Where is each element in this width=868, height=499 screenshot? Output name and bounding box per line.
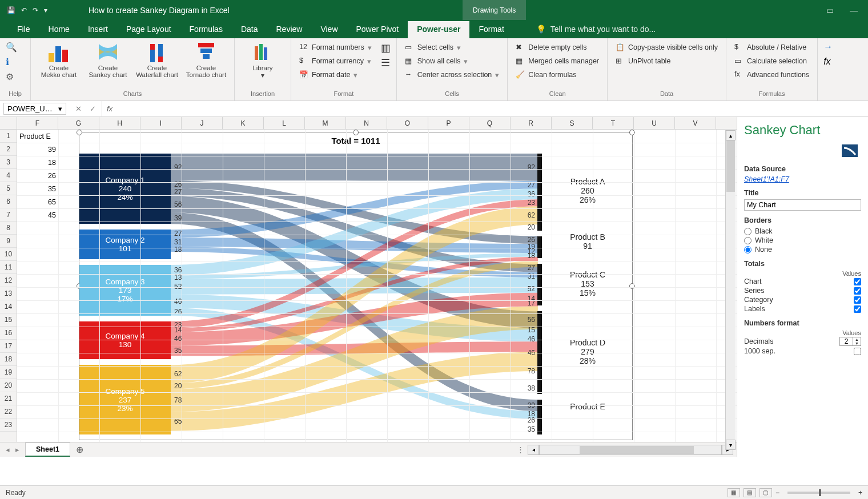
advanced-functions-button[interactable]: fxAdvanced functions xyxy=(732,69,811,81)
totals-checkbox-chart[interactable] xyxy=(854,278,861,285)
row-header[interactable]: 22 xyxy=(0,405,17,418)
zoom-slider[interactable] xyxy=(787,492,850,494)
create-sankey-chart-button[interactable]: CreateSankey chart xyxy=(86,42,130,78)
view-normal-icon[interactable]: ▦ xyxy=(728,488,740,497)
add-sheet-button[interactable]: ⊕ xyxy=(70,444,89,455)
zoom-in-icon[interactable]: + xyxy=(858,489,862,497)
col-header[interactable]: R xyxy=(511,117,552,129)
tab-power-user[interactable]: Power-user xyxy=(408,21,469,38)
delete-empty-cells-button[interactable]: ✖Delete empty cells xyxy=(513,42,601,53)
create-waterfall-chart-button[interactable]: CreateWaterfall chart xyxy=(135,42,179,78)
row-header[interactable]: 18 xyxy=(0,353,17,366)
format-currency-button[interactable]: $Format currency ▾ xyxy=(297,55,374,67)
chart-title-input[interactable] xyxy=(744,199,861,211)
resize-handle[interactable] xyxy=(77,130,82,135)
cell-value[interactable]: Product E xyxy=(17,130,58,143)
chevron-down-icon[interactable]: ▾ xyxy=(58,104,62,113)
cell-value[interactable]: 45 xyxy=(17,208,58,222)
calculate-selection-button[interactable]: ▭Calculate selection xyxy=(732,55,811,67)
totals-checkbox-category[interactable] xyxy=(854,296,861,304)
cell-value[interactable]: 65 xyxy=(17,195,58,208)
row-header[interactable]: 19 xyxy=(0,366,17,379)
row-header[interactable]: 21 xyxy=(0,392,17,405)
horizontal-scrollbar[interactable]: ⋮ ◂ ▸ xyxy=(513,445,737,455)
row-header[interactable]: 9 xyxy=(0,235,17,248)
cancel-formula-icon[interactable]: ✕ xyxy=(75,104,82,113)
col-header[interactable]: J xyxy=(182,117,223,129)
column-headers[interactable]: FGHIJKLMNOPQRSTUV xyxy=(0,117,737,130)
copy-paste-visible-cells-only-button[interactable]: 📋Copy-paste visible cells only xyxy=(613,42,720,53)
col-header[interactable]: G xyxy=(58,117,99,129)
clean-formulas-button[interactable]: 🧹Clean formulas xyxy=(513,69,601,81)
border-radio[interactable] xyxy=(744,246,752,253)
bar-chart-icon[interactable]: ☰ xyxy=(381,57,391,69)
row-header[interactable]: 8 xyxy=(0,222,17,235)
tab-file[interactable]: File xyxy=(8,21,39,38)
settings-icon[interactable]: ⚙ xyxy=(6,71,16,82)
border-option-white[interactable]: White xyxy=(744,236,861,245)
tab-page-layout[interactable]: Page Layout xyxy=(117,21,180,38)
row-header[interactable]: 14 xyxy=(0,300,17,313)
arrow-right-icon[interactable]: → xyxy=(823,42,834,52)
format-numbers-button[interactable]: 12Format numbers ▾ xyxy=(297,42,374,53)
view-page-layout-icon[interactable]: ▤ xyxy=(744,488,756,497)
info-icon[interactable]: ℹ xyxy=(6,57,16,67)
col-header[interactable]: V xyxy=(675,117,716,129)
name-box[interactable]: POWER_U…▾ xyxy=(3,103,66,115)
view-page-break-icon[interactable]: ▢ xyxy=(760,488,772,497)
row-header[interactable]: 6 xyxy=(0,195,17,208)
tab-formulas[interactable]: Formulas xyxy=(180,21,232,38)
cell-value[interactable]: 18 xyxy=(17,156,58,169)
accept-formula-icon[interactable]: ✓ xyxy=(90,104,96,113)
row-header[interactable]: 17 xyxy=(0,340,17,353)
vscroll-thumb[interactable] xyxy=(726,140,735,192)
col-header[interactable]: L xyxy=(264,117,305,129)
save-icon[interactable]: 💾 xyxy=(7,6,15,14)
create-tornado-chart-button[interactable]: CreateTornado chart xyxy=(184,42,228,78)
data-source-link[interactable]: Sheet1'!A1:F7 xyxy=(744,175,789,183)
cell-value[interactable]: 39 xyxy=(17,143,58,156)
col-header[interactable]: P xyxy=(428,117,469,129)
tab-home[interactable]: Home xyxy=(39,21,79,38)
row-header[interactable]: 13 xyxy=(0,287,17,300)
format-date-button[interactable]: 📅Format date ▾ xyxy=(297,69,374,81)
row-header[interactable]: 15 xyxy=(0,313,17,327)
resize-handle[interactable] xyxy=(353,130,359,135)
tab-power-pivot[interactable]: Power Pivot xyxy=(347,21,408,38)
scroll-thumb[interactable] xyxy=(580,446,694,454)
col-header[interactable]: S xyxy=(552,117,593,129)
absolute-relative-button[interactable]: $Absolute / Relative xyxy=(732,42,811,53)
row-header[interactable]: 4 xyxy=(0,169,17,182)
row-header[interactable]: 7 xyxy=(0,208,17,222)
show-all-cells-button[interactable]: ▦Show all cells ▾ xyxy=(403,55,502,67)
row-header[interactable]: 11 xyxy=(0,261,17,274)
col-header[interactable]: O xyxy=(387,117,428,129)
zoom-out-icon[interactable]: − xyxy=(775,489,779,497)
center-across-selection-button[interactable]: ↔Center across selection ▾ xyxy=(403,69,502,81)
cells-area[interactable]: Total = 1011 Company 124024%9226275639Co… xyxy=(17,130,737,442)
help-icon[interactable]: 🔍 xyxy=(6,42,16,52)
tell-me-search[interactable]: 💡 Tell me what you want to do... xyxy=(536,25,656,38)
totals-checkbox-series[interactable] xyxy=(854,287,861,295)
tab-insert[interactable]: Insert xyxy=(79,21,117,38)
row-header[interactable]: 12 xyxy=(0,274,17,287)
formula-input[interactable] xyxy=(117,101,868,116)
row-header[interactable]: 16 xyxy=(0,327,17,340)
merged-cells-manager-button[interactable]: ▦Merged cells manager xyxy=(513,55,601,67)
sheet-nav-prev-icon[interactable]: ◂ xyxy=(6,445,10,454)
row-header[interactable]: 5 xyxy=(0,182,17,195)
sheet-tab-sheet1[interactable]: Sheet1 xyxy=(25,442,70,457)
cell-value[interactable]: 35 xyxy=(17,182,58,195)
sheet-nav-next-icon[interactable]: ▸ xyxy=(15,445,19,454)
col-header[interactable]: F xyxy=(17,117,58,129)
row-header[interactable]: 10 xyxy=(0,248,17,261)
row-header[interactable]: 3 xyxy=(0,156,17,169)
ribbon-display-options-icon[interactable]: ▭ xyxy=(826,6,834,15)
undo-icon[interactable]: ↶ xyxy=(21,6,27,14)
thousand-sep-checkbox[interactable] xyxy=(854,348,861,355)
contextual-tab-drawing-tools[interactable]: Drawing Tools xyxy=(463,0,526,20)
col-header[interactable]: Q xyxy=(469,117,511,129)
unpivot-table-button[interactable]: ⊞UnPivot table xyxy=(613,55,720,67)
scroll-down-icon[interactable]: ▾ xyxy=(726,440,736,450)
decimals-spinner[interactable]: ▲▼ xyxy=(839,337,861,346)
